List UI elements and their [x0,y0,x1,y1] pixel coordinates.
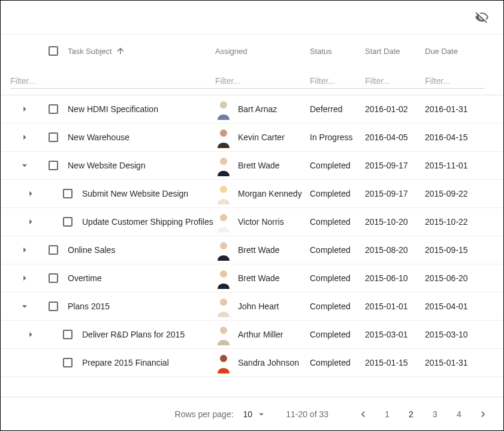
chevron-down-icon[interactable] [19,300,31,312]
chevron-right-icon[interactable] [25,188,37,200]
avatar [215,267,232,289]
start-date-text: 2016-04-05 [365,132,408,142]
chevron-right-icon[interactable] [19,131,31,143]
pager: 1234 [352,403,494,425]
rows-per-page-select[interactable]: 10 [243,409,267,420]
header-subject[interactable]: Task Subject [68,46,215,56]
due-date-text: 2015-06-20 [425,273,468,283]
page-button-1[interactable]: 1 [376,403,398,425]
subject-cell: Update Customer Shipping Profiles [82,217,215,227]
row-checkbox[interactable] [63,330,73,339]
subject-cell: Online Sales [68,245,215,255]
status-cell: Completed [310,245,365,255]
row-checkbox[interactable] [63,358,73,367]
chevron-right-icon[interactable] [25,328,37,340]
start-date-cell: 2015-09-17 [365,189,425,198]
start-date-cell: 2016-04-05 [365,132,425,142]
start-date-cell: 2015-10-20 [365,217,425,227]
chevron-down-icon[interactable] [19,159,31,171]
checkbox-cell[interactable] [53,189,82,198]
status-text: In Progress [310,132,353,142]
page-button-3[interactable]: 3 [424,403,446,425]
expand-cell[interactable] [10,159,39,171]
filter-subject-input[interactable] [10,74,215,89]
svg-point-5 [220,158,227,165]
table-row: Online SalesBrett WadeCompleted2015-08-2… [1,236,503,264]
chevron-right-icon[interactable] [19,272,31,284]
row-checkbox[interactable] [49,245,58,255]
checkbox-cell[interactable] [39,245,68,255]
chevron-left-icon [357,408,369,420]
start-date-cell: 2015-03-01 [365,330,425,339]
header-status-label: Status [310,47,332,56]
header-assigned[interactable]: Assigned [215,47,310,56]
status-cell: Deferred [310,104,365,114]
header-start-date[interactable]: Start Date [365,47,425,56]
page-number: 1 [385,409,390,419]
header-select-all[interactable] [39,46,68,56]
row-checkbox[interactable] [49,273,58,283]
next-page-button[interactable] [472,403,494,425]
expand-cell[interactable] [10,188,53,200]
page-button-4[interactable]: 4 [448,403,470,425]
subject-text: Deliver R&D Plans for 2015 [82,330,185,339]
row-checkbox[interactable] [49,104,58,114]
expand-cell[interactable] [10,103,39,115]
checkbox-cell[interactable] [39,132,68,142]
prev-page-button[interactable] [352,403,374,425]
row-checkbox[interactable] [49,161,58,170]
checkbox-cell[interactable] [53,217,82,227]
due-date-text: 2015-11-01 [425,161,468,170]
checkbox-cell[interactable] [39,161,68,170]
svg-point-11 [220,242,227,249]
expand-cell[interactable] [10,216,53,228]
expand-cell[interactable] [10,272,39,284]
status-cell: In Progress [310,132,365,142]
due-date-text: 2015-04-01 [425,302,468,311]
expand-cell[interactable] [10,244,39,256]
subject-text: New HDMI Specification [68,104,158,114]
filter-assigned-input[interactable] [215,74,310,89]
page-button-2[interactable]: 2 [400,403,422,425]
status-text: Completed [310,189,351,198]
assigned-name: Sandra Johnson [238,358,299,367]
start-date-cell: 2015-01-01 [365,302,425,311]
column-header-row: Task Subject Assigned Status Start Date … [1,34,503,68]
expand-cell[interactable] [10,328,53,340]
filter-status-input[interactable] [310,74,365,89]
chevron-right-icon[interactable] [19,244,31,256]
page-number: 2 [409,409,414,419]
assigned-cell: Bart Arnaz [215,98,310,120]
table-row: Update Customer Shipping ProfilesVictor … [1,208,503,236]
checkbox-cell[interactable] [39,273,68,283]
status-text: Completed [310,302,351,311]
assigned-name: Brett Wade [238,161,280,170]
header-due-date[interactable]: Due Date [425,47,485,56]
due-date-text: 2015-03-10 [425,330,468,339]
header-status[interactable]: Status [310,47,365,56]
select-all-checkbox[interactable] [49,46,58,56]
visibility-off-icon[interactable] [475,10,489,25]
expand-cell[interactable] [10,300,39,312]
filter-start-input[interactable] [365,74,425,89]
row-checkbox[interactable] [49,302,58,311]
filter-due-input[interactable] [425,74,485,89]
checkbox-cell[interactable] [39,104,68,114]
avatar [215,239,232,261]
due-date-cell: 2016-01-31 [425,104,485,114]
expand-cell[interactable] [10,131,39,143]
due-date-cell: 2015-04-01 [425,302,485,311]
checkbox-cell[interactable] [39,302,68,311]
chevron-right-icon[interactable] [19,103,31,115]
due-date-cell: 2015-11-01 [425,161,485,170]
row-checkbox[interactable] [63,189,73,198]
status-cell: Completed [310,302,365,311]
row-checkbox[interactable] [63,217,73,227]
row-checkbox[interactable] [49,132,58,142]
checkbox-cell[interactable] [53,358,82,367]
start-date-text: 2015-01-15 [365,358,408,367]
chevron-right-icon[interactable] [25,216,37,228]
checkbox-cell[interactable] [53,330,82,339]
table-body: New HDMI SpecificationBart ArnazDeferred… [1,95,503,397]
assigned-cell: Brett Wade [215,239,310,261]
